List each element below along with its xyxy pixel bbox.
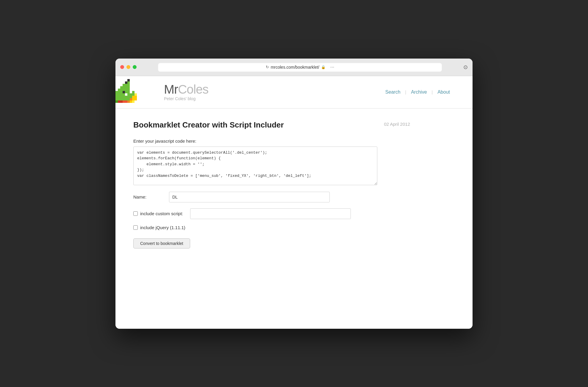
svg-rect-42: [130, 98, 132, 100]
svg-rect-31: [127, 86, 130, 89]
convert-button[interactable]: Convert to bookmarklet: [133, 238, 190, 248]
post-header: Bookmarklet Creator with Script Includer…: [133, 120, 410, 130]
svg-rect-7: [118, 98, 120, 100]
url-text: mrcoles.com/bookmarklet/: [271, 65, 319, 70]
svg-rect-38: [120, 100, 123, 103]
custom-script-label: include custom script:: [140, 211, 183, 216]
site-logo: MrColes Peter Coles' blog: [115, 79, 208, 105]
svg-rect-32: [127, 89, 130, 91]
svg-rect-8: [120, 86, 123, 89]
svg-rect-39: [123, 100, 125, 103]
svg-rect-29: [127, 81, 130, 84]
svg-rect-27: [125, 98, 127, 100]
svg-rect-26: [125, 96, 127, 98]
svg-rect-40: [125, 100, 127, 103]
svg-rect-2: [115, 96, 118, 98]
svg-rect-15: [123, 86, 125, 89]
name-label: Name:: [133, 194, 169, 199]
close-button[interactable]: [120, 65, 124, 69]
address-bar[interactable]: ↻ mrcoles.com/bookmarklet/ 🔒 ···: [158, 63, 442, 72]
svg-rect-4: [118, 91, 120, 93]
site-nav: Search | Archive | About: [381, 89, 455, 95]
svg-rect-17: [123, 91, 125, 93]
svg-rect-48: [135, 96, 137, 98]
svg-rect-49: [135, 98, 137, 100]
loading-icon: ↻: [266, 65, 269, 69]
nav-archive[interactable]: Archive: [406, 89, 431, 95]
logo-tagline: Peter Coles' blog: [164, 96, 208, 101]
nav-search[interactable]: Search: [381, 89, 405, 95]
post-title: Bookmarklet Creator with Script Includer: [133, 120, 372, 130]
name-input[interactable]: [169, 192, 330, 202]
svg-rect-37: [118, 100, 120, 103]
maximize-button[interactable]: [133, 65, 137, 69]
jquery-checkbox[interactable]: [133, 225, 138, 230]
svg-rect-44: [132, 96, 135, 98]
download-icon[interactable]: ⊙: [463, 64, 468, 70]
svg-rect-11: [120, 93, 123, 96]
traffic-lights: [120, 65, 137, 69]
lock-icon: 🔒: [321, 65, 326, 69]
code-input[interactable]: var elements = document.querySelectorAll…: [133, 147, 377, 185]
svg-rect-9: [120, 89, 123, 91]
svg-rect-21: [125, 81, 127, 84]
svg-rect-25: [125, 91, 127, 93]
custom-script-row: include custom script:: [133, 208, 410, 219]
svg-rect-55: [132, 93, 135, 96]
svg-rect-0: [115, 91, 118, 93]
svg-rect-10: [120, 91, 123, 93]
name-field-row: Name:: [133, 192, 410, 202]
svg-rect-41: [127, 100, 130, 103]
svg-rect-52: [130, 93, 132, 96]
logo-name: MrColes: [164, 83, 208, 96]
more-options-icon[interactable]: ···: [330, 64, 334, 70]
svg-rect-20: [123, 98, 125, 100]
svg-rect-43: [130, 100, 132, 103]
form-section: Enter your javascript code here: var ele…: [133, 139, 410, 248]
jquery-row: include jQuery (1.11.1): [133, 225, 410, 230]
site-header: MrColes Peter Coles' blog Search | Archi…: [115, 76, 473, 108]
browser-content: MrColes Peter Coles' blog Search | Archi…: [115, 76, 473, 329]
svg-rect-50: [115, 98, 118, 100]
custom-script-checkbox[interactable]: [133, 211, 138, 216]
main-content: Bookmarklet Creator with Script Includer…: [115, 108, 428, 266]
svg-rect-23: [125, 86, 127, 89]
svg-rect-5: [118, 93, 120, 96]
nav-about[interactable]: About: [433, 89, 455, 95]
custom-script-input[interactable]: [190, 208, 351, 219]
browser-chrome: ↻ mrcoles.com/bookmarklet/ 🔒 ··· ⊙: [115, 59, 473, 76]
svg-rect-3: [118, 89, 120, 91]
svg-rect-12: [120, 96, 123, 98]
svg-rect-45: [132, 98, 135, 100]
svg-rect-53: [130, 96, 132, 98]
post-date: 02 April 2012: [384, 122, 410, 127]
svg-rect-6: [118, 96, 120, 98]
svg-rect-24: [125, 89, 127, 91]
svg-rect-47: [135, 93, 137, 96]
svg-rect-51: [115, 100, 118, 103]
code-label: Enter your javascript code here:: [133, 139, 410, 144]
svg-rect-18: [123, 93, 125, 96]
jquery-label: include jQuery (1.11.1): [140, 225, 185, 230]
svg-rect-30: [127, 84, 130, 86]
svg-rect-46: [132, 100, 135, 103]
svg-rect-28: [127, 79, 130, 81]
svg-rect-13: [120, 98, 123, 100]
svg-rect-36: [127, 98, 130, 100]
logo-text: MrColes Peter Coles' blog: [164, 83, 208, 101]
svg-rect-33: [127, 91, 130, 93]
svg-rect-54: [132, 91, 135, 93]
svg-rect-16: [123, 89, 125, 91]
svg-rect-22: [125, 84, 127, 86]
logo-pixel-art: [115, 79, 162, 105]
svg-rect-19: [123, 96, 125, 98]
browser-window: ↻ mrcoles.com/bookmarklet/ 🔒 ··· ⊙: [115, 59, 473, 329]
svg-rect-1: [115, 93, 118, 96]
svg-rect-34: [127, 93, 130, 96]
svg-rect-14: [123, 84, 125, 86]
svg-rect-35: [127, 96, 130, 98]
minimize-button[interactable]: [126, 65, 130, 69]
